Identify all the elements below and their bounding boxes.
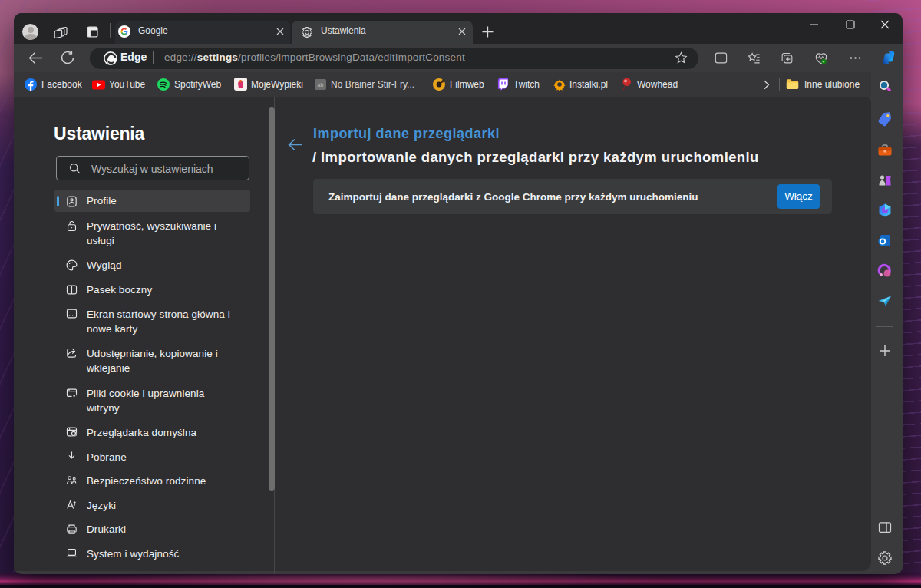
svg-text:ab: ab [318,82,324,88]
